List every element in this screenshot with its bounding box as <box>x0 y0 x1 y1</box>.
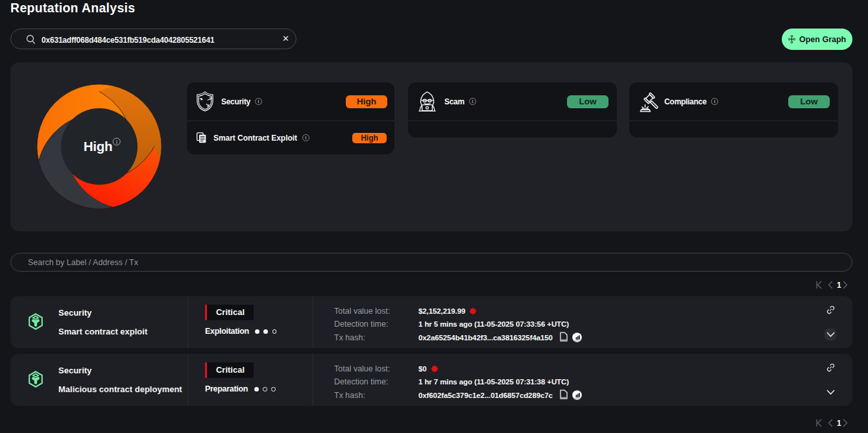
svg-text:High: High <box>84 139 113 154</box>
svg-text:1: 1 <box>837 419 841 427</box>
svg-text:1: 1 <box>837 281 841 289</box>
